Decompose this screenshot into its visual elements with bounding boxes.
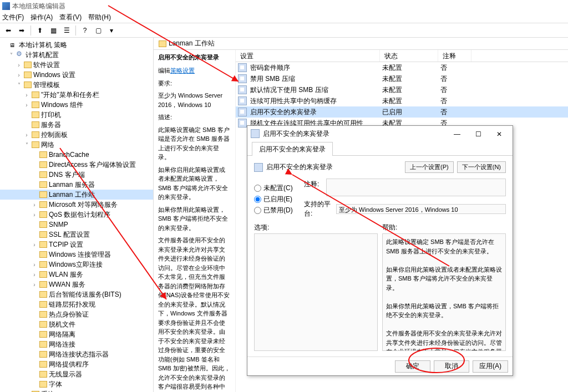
state-radios: 未配置(C) 已启用(E) 已禁用(D) <box>254 182 304 221</box>
tree-admin-templates[interactable]: ˅管理模板 <box>0 80 153 90</box>
filter2-button[interactable]: ▾ <box>105 24 118 37</box>
apply-button[interactable]: 应用(A) <box>473 360 508 373</box>
filter-button[interactable]: ▢ <box>92 24 104 37</box>
col-setting[interactable]: 设置 <box>236 50 380 62</box>
folder-icon <box>39 281 47 288</box>
menu-file[interactable]: 文件(F) <box>2 13 24 22</box>
radio-disabled[interactable]: 已禁用(D) <box>254 206 304 215</box>
tree-root[interactable]: 本地计算机 策略 <box>0 40 153 50</box>
list-row[interactable]: 默认情况下使用 SMB 压缩 未配置 否 <box>236 84 568 95</box>
detail-pane: 启用不安全的来宾登录 编辑策略设置 要求: 至少为 Windows Server… <box>154 50 236 392</box>
show-hide-button[interactable]: ▦ <box>47 24 59 37</box>
tree-item[interactable]: BranchCache <box>0 150 153 160</box>
nav-tree[interactable]: 本地计算机 策略 ˅计算机配置 ›软件设置 ›Windows 设置 ˅管理模板 … <box>0 38 154 392</box>
tree-item[interactable]: SSL 配置设置 <box>0 230 153 240</box>
radio-enabled[interactable]: 已启用(E) <box>254 195 304 204</box>
tab-main[interactable]: 启用不安全的来宾登录 <box>252 142 333 156</box>
window-title: 本地组策略编辑器 <box>12 2 65 11</box>
col-state[interactable]: 状态 <box>380 50 438 62</box>
tree-item[interactable]: ›控制面板 <box>0 130 153 140</box>
forward-button[interactable]: ➡ <box>16 24 28 37</box>
folder-icon <box>32 121 39 128</box>
tree-item[interactable]: ›TCPIP 设置 <box>0 240 153 250</box>
tree-item[interactable]: 脱机文件 <box>0 319 153 329</box>
radio-not-configured[interactable]: 未配置(C) <box>254 184 304 193</box>
list-row[interactable]: 禁用 SMB 压缩 未配置 否 <box>236 73 568 84</box>
tree-item[interactable]: 字体 <box>0 379 153 389</box>
props-button[interactable]: ☰ <box>60 24 73 37</box>
tree-item[interactable]: ›Windows 组件 <box>0 100 153 110</box>
tree-item[interactable]: ›Microsoft 对等网络服务 <box>0 200 153 210</box>
next-setting-button[interactable]: 下一个设置(N) <box>457 161 506 173</box>
separator <box>75 26 76 35</box>
tree-item[interactable]: DNS 客户端 <box>0 170 153 180</box>
policy-icon <box>254 163 263 172</box>
content-title: Lanman 工作站 <box>169 39 215 48</box>
cell-note: 否 <box>440 74 474 84</box>
tree-item[interactable]: ›WWAN 服务 <box>0 279 153 289</box>
list-row[interactable]: 启用不安全的来宾登录 已启用 否 <box>236 106 568 118</box>
folder-icon <box>39 211 47 218</box>
cell-state: 已启用 <box>382 108 440 117</box>
setting-icon <box>238 108 247 116</box>
folder-icon <box>24 62 32 68</box>
menu-view[interactable]: 查看(V) <box>59 13 82 22</box>
folder-icon <box>39 161 47 168</box>
up-button[interactable]: ⬆ <box>34 24 46 37</box>
comment-textarea[interactable] <box>326 179 506 196</box>
tree-item[interactable]: 打印机 <box>0 110 153 120</box>
folder-icon <box>32 111 39 118</box>
prev-setting-button[interactable]: 上一个设置(P) <box>405 161 454 173</box>
dialog-titlebar[interactable]: 启用不安全的来宾登录 — ☐ ✕ <box>247 126 513 141</box>
help-button[interactable]: ? <box>79 24 91 37</box>
tree-item[interactable]: ›Windows立即连接 <box>0 259 153 269</box>
tree-item[interactable]: 网络连接 <box>0 339 153 349</box>
tree-item[interactable]: 网络提供程序 <box>0 359 153 369</box>
cell-state: 未配置 <box>382 85 440 95</box>
menu-action[interactable]: 操作(A) <box>31 13 53 22</box>
folder-icon <box>39 271 47 278</box>
tree-item[interactable]: ›"开始"菜单和任务栏 <box>0 90 153 100</box>
cell-state: 未配置 <box>382 74 440 84</box>
cancel-button[interactable]: 取消 <box>434 360 469 373</box>
list-row[interactable]: 连续可用性共享中的句柄缓存 未配置 否 <box>236 95 568 106</box>
folder-icon <box>32 91 39 98</box>
policy-icon <box>251 129 260 138</box>
tree-item[interactable]: ›系统 <box>0 389 153 392</box>
ok-button[interactable]: 确定 <box>395 360 430 373</box>
edit-policy-link[interactable]: 策略设置 <box>170 67 195 74</box>
close-button[interactable]: ✕ <box>489 128 509 139</box>
folder-icon <box>39 361 47 368</box>
help-label: 帮助: <box>382 223 506 232</box>
minimize-button[interactable]: — <box>447 128 467 139</box>
tree-item[interactable]: 链路层拓扑发现 <box>0 299 153 309</box>
tree-computer-config[interactable]: ˅计算机配置 <box>0 50 153 60</box>
tree-item[interactable]: SNMP <box>0 220 153 230</box>
tree-item[interactable]: 网络连接状态指示器 <box>0 349 153 359</box>
tree-item[interactable]: 网络隔离 <box>0 329 153 339</box>
tree-network[interactable]: ˅网络 <box>0 140 153 150</box>
tree-item[interactable]: ›Windows 设置 <box>0 70 153 80</box>
maximize-button[interactable]: ☐ <box>468 128 488 139</box>
cell-setting: 连续可用性共享中的句柄缓存 <box>249 96 382 106</box>
tree-item[interactable]: ›WLAN 服务 <box>0 269 153 279</box>
tree-lanman-ws[interactable]: Lanman 工作站 <box>0 190 153 200</box>
tree-item[interactable]: ›软件设置 <box>0 60 153 70</box>
menu-help[interactable]: 帮助(H) <box>88 13 111 22</box>
tree-item[interactable]: DirectAccess 客户端体验设置 <box>0 160 153 170</box>
tree-item[interactable]: ›QoS 数据包计划程序 <box>0 210 153 220</box>
back-button[interactable]: ⬅ <box>2 24 14 37</box>
tree-item[interactable]: 热点身份验证 <box>0 309 153 319</box>
tree-item[interactable]: 服务器 <box>0 120 153 130</box>
dialog-title: 启用不安全的来宾登录 <box>263 129 446 139</box>
tree-item[interactable]: 无线显示器 <box>0 369 153 379</box>
tree-item[interactable]: Lanman 服务器 <box>0 180 153 190</box>
list-row[interactable]: 密码套件顺序 未配置 否 <box>236 62 568 73</box>
setting-icon <box>238 74 247 83</box>
col-note[interactable]: 注释 <box>438 50 471 62</box>
tree-item[interactable]: Windows 连接管理器 <box>0 250 153 259</box>
support-label: 支持的平台: <box>304 200 336 218</box>
tree-item[interactable]: 后台智能传送服务(BITS) <box>0 289 153 299</box>
list-header: 设置 状态 注释 <box>236 50 568 62</box>
folder-icon <box>39 321 47 328</box>
